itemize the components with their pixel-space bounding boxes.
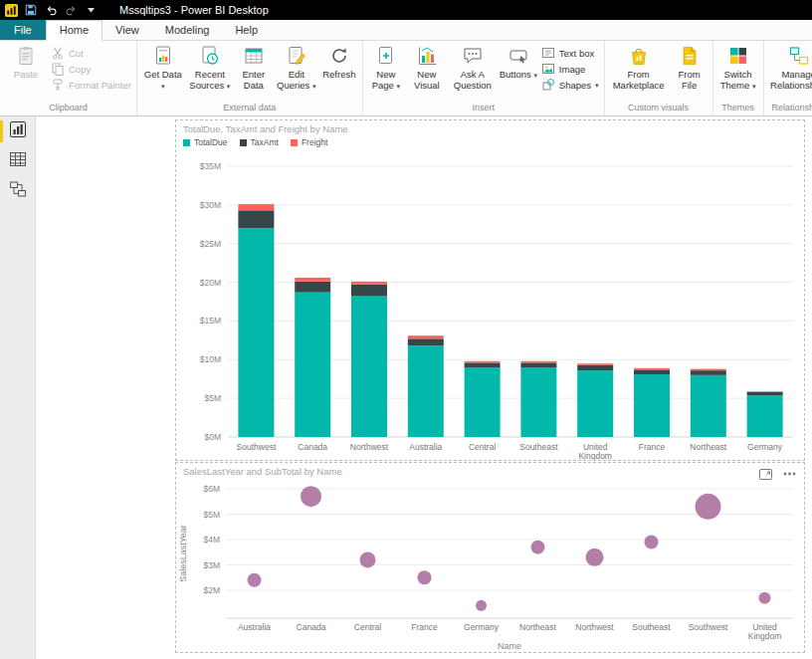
dropdown-caret-icon (161, 83, 165, 90)
ribbon-group-relationships: Manage Relationships Relationships (764, 41, 812, 115)
shapes-label: Shapes (559, 80, 591, 91)
edit-queries-label: Edit Queries (277, 69, 309, 91)
switch-theme-label: Switch Theme (720, 69, 752, 91)
ribbon-group-themes: Switch Theme Themes (713, 41, 764, 115)
dropdown-caret-icon (312, 83, 316, 90)
format-painter-label: Format Painter (69, 80, 131, 91)
svg-text:Germany: Germany (464, 622, 500, 632)
tab-home[interactable]: Home (46, 20, 102, 41)
quick-access-toolbar (4, 3, 98, 17)
undo-icon[interactable] (44, 3, 58, 17)
model-view-icon (9, 180, 27, 202)
text-box-label: Text box (559, 48, 594, 59)
scatter-chart-svg: $2M$3M$4M$5M$6MAustraliaCanadaCentralFra… (176, 463, 804, 652)
ribbon-group-external-data: Get Data Recent Sources Enter Data (137, 41, 363, 115)
manage-relationships-button[interactable]: Manage Relationships (767, 42, 812, 92)
image-icon (541, 62, 555, 76)
svg-text:$10M: $10M (200, 354, 221, 364)
new-page-button[interactable]: New Page (366, 42, 406, 92)
ribbon-group-clipboard: Paste Cut Copy (0, 41, 137, 115)
svg-text:Southwest: Southwest (689, 622, 728, 632)
svg-text:France: France (411, 622, 438, 632)
svg-text:France: France (639, 442, 666, 452)
refresh-icon (328, 45, 350, 67)
manage-relationships-label: Manage Relationships (770, 69, 812, 91)
from-marketplace-button[interactable]: From Marketplace (608, 42, 670, 92)
image-label: Image (559, 64, 585, 75)
new-page-icon (375, 45, 397, 67)
svg-text:$6M: $6M (203, 484, 220, 494)
tab-modeling[interactable]: Modeling (152, 20, 223, 40)
svg-text:Central: Central (354, 622, 382, 632)
image-button[interactable]: Image (541, 61, 599, 77)
bar-chart-svg: $0M$5M$10M$15M$20M$25M$30M$35MSouthwestC… (176, 120, 804, 460)
group-label-relationships: Relationships (767, 101, 812, 115)
new-visual-icon (416, 45, 438, 67)
format-painter-button[interactable]: Format Painter (51, 77, 131, 93)
svg-text:Southeast: Southeast (632, 622, 671, 632)
svg-text:$35M: $35M (200, 161, 221, 171)
tab-file[interactable]: File (0, 20, 46, 40)
buttons-button[interactable]: Buttons (498, 42, 539, 81)
enter-data-button[interactable]: Enter Data (234, 42, 274, 92)
ask-a-question-icon (462, 45, 484, 67)
dropdown-caret-icon (595, 82, 599, 89)
paste-icon (15, 45, 37, 67)
ribbon-tab-row: File Home View Modeling Help (0, 20, 812, 41)
text-box-icon (541, 46, 555, 60)
svg-text:$3M: $3M (203, 560, 220, 570)
recent-sources-label: Recent Sources (189, 69, 225, 91)
svg-text:$20M: $20M (200, 278, 221, 288)
edit-queries-button[interactable]: Edit Queries (274, 42, 319, 92)
refresh-label: Refresh (322, 69, 355, 80)
from-file-label: From File (678, 69, 700, 91)
tab-help[interactable]: Help (222, 20, 271, 40)
text-box-button[interactable]: Text box (541, 45, 599, 61)
paste-label: Paste (14, 69, 38, 80)
refresh-button[interactable]: Refresh (319, 42, 359, 81)
recent-sources-button[interactable]: Recent Sources (186, 42, 234, 92)
ribbon: Paste Cut Copy (0, 41, 812, 116)
paste-button[interactable]: Paste (3, 42, 49, 81)
svg-text:Northeast: Northeast (519, 622, 556, 632)
group-label-clipboard: Clipboard (3, 101, 133, 115)
ask-a-question-label: Ask A Question (454, 69, 492, 91)
cut-button[interactable]: Cut (51, 45, 131, 61)
redo-icon[interactable] (64, 3, 78, 17)
group-label-themes: Themes (716, 101, 760, 115)
ask-a-question-button[interactable]: Ask A Question (448, 42, 498, 92)
buttons-label: Buttons (500, 69, 531, 80)
window-title: Mssqltips3 - Power BI Desktop (119, 4, 269, 16)
svg-text:Northwest: Northwest (350, 442, 389, 452)
svg-text:Australia: Australia (238, 622, 271, 632)
cut-icon (51, 46, 65, 60)
bar-chart-visual[interactable]: TotalDue, TaxAmt and Freight by Name Tot… (175, 119, 805, 461)
qat-customize-caret-icon[interactable] (84, 3, 98, 17)
svg-text:Southeast: Southeast (519, 442, 558, 452)
edit-queries-icon (286, 45, 307, 67)
sidebar-item-data-view[interactable] (0, 146, 36, 176)
svg-text:UnitedKingdom: UnitedKingdom (748, 622, 782, 641)
main-area: TotalDue, TaxAmt and Freight by Name Tot… (0, 116, 812, 659)
switch-theme-button[interactable]: Switch Theme (716, 42, 760, 92)
powerbi-logo-icon (4, 3, 18, 17)
svg-text:$30M: $30M (200, 200, 221, 210)
from-marketplace-label: From Marketplace (613, 69, 665, 91)
copy-button[interactable]: Copy (51, 61, 131, 77)
sidebar-item-model-view[interactable] (0, 176, 36, 206)
save-icon[interactable] (24, 3, 38, 17)
tab-view[interactable]: View (102, 20, 152, 40)
shapes-button[interactable]: Shapes (541, 77, 599, 93)
sidebar-item-report-view[interactable] (0, 116, 36, 146)
buttons-icon (508, 45, 529, 67)
from-file-button[interactable]: From File (670, 42, 710, 92)
manage-relationships-icon (788, 45, 810, 67)
new-visual-button[interactable]: New Visual (406, 42, 448, 92)
get-data-button[interactable]: Get Data (140, 42, 186, 92)
scatter-chart-visual[interactable]: SalesLastYear and SubTotal by Name $2M$3… (175, 462, 805, 653)
svg-text:SalesLastYear: SalesLastYear (178, 525, 188, 582)
new-visual-label: New Visual (414, 69, 440, 91)
recent-sources-icon (199, 45, 221, 67)
get-data-icon (152, 45, 174, 67)
svg-text:Central: Central (469, 442, 497, 452)
